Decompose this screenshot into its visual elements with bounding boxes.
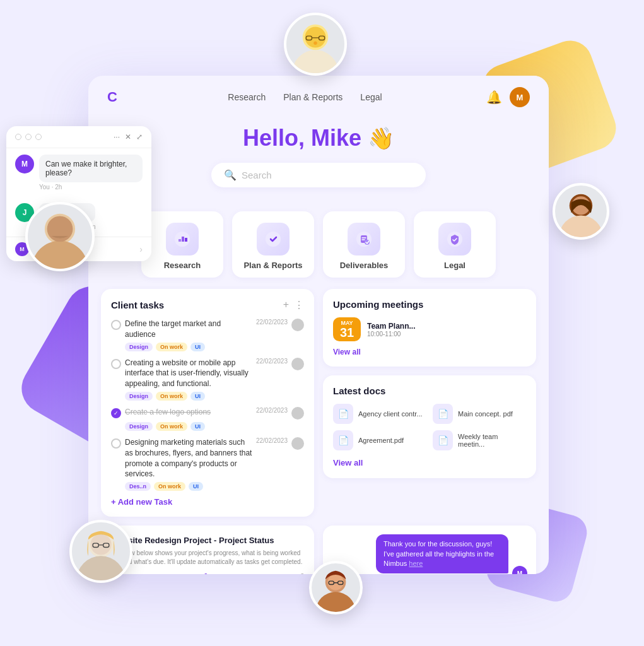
task-date-1: 22/02/2023 [256,319,288,326]
chat-link[interactable]: here [409,560,423,567]
meeting-info: Team Plann... 10:00-11:00 [367,322,526,338]
user-avatar[interactable]: M [510,87,530,107]
svg-point-21 [327,574,343,590]
chat-sent-avatar: M [512,566,527,574]
meetings-card-inline: Upcoming meetings May 31 Team Plann... 1… [323,289,536,367]
task-item-3: Create a few logo options 22/02/2023 Des… [111,407,304,431]
float-chevron-icon: › [139,244,143,254]
task-check-2[interactable] [111,359,121,369]
task-tags-3: Design On work UI [125,422,304,431]
tag-onwork-3: On work [156,422,187,431]
cat-icon-plan [257,223,290,255]
view-all-meetings[interactable]: View all [333,348,526,356]
float-bubble-1: Can we make it brighter, please? [39,155,143,182]
svg-point-15 [90,534,111,555]
avatar-left-middle [25,202,95,271]
task-tags-2: Design On work UI [125,392,304,401]
task-check-3[interactable] [111,408,121,418]
svg-point-11 [559,215,602,240]
float-nav-dots [15,134,42,140]
progress-numbers: 2 3 [111,573,304,574]
tasks-title: Client tasks [111,300,164,310]
avatar-right-top [553,183,609,240]
add-task-button[interactable]: + Add new Task [111,497,304,507]
tag-ui-2: UI [190,392,205,401]
task-date-4: 22/02/2023 [256,437,288,444]
hero-emoji: 👋 [368,126,394,150]
tag-onwork-2: On work [156,392,187,401]
nav-link-legal[interactable]: Legal [360,92,382,102]
view-all-docs[interactable]: View all [333,458,363,467]
task-row-1: Define the target market and audience 22… [111,319,304,340]
cat-card-deliverables[interactable]: Deliverables [323,211,405,278]
task-row-2: Creating a website or mobile app interfa… [111,358,304,389]
task-text-1: Define the target market and audience [125,319,252,340]
hero-greeting: Hello, [243,125,311,151]
doc-item-4[interactable]: 📄 Weekly team meetin... [433,430,526,450]
cat-card-legal[interactable]: Legal [414,211,496,278]
doc-name-3: Agreement.pdf [358,437,404,444]
nav-link-plan[interactable]: Plan & Reports [283,92,342,102]
float-close-icon[interactable]: ✕ [125,132,131,141]
docs-card: Latest docs 📄 Agency client contr... 📄 M… [323,375,536,478]
cat-label-research: Research [164,261,201,270]
search-bar[interactable]: 🔍 Search [211,163,426,187]
float-chat-header: ··· ✕ ⤢ [6,126,151,148]
task-tags-4: Des..n On work UI [125,482,304,491]
nav-link-research[interactable]: Research [228,92,266,102]
tasks-card-header: Client tasks + ⋮ [111,299,304,311]
svg-point-26 [266,232,281,247]
progress-title: Website Redesign Project - Project Statu… [111,536,304,545]
chat-bubble-prev: Thank you for the discussion, guys! I've… [376,534,508,573]
doc-icon-1: 📄 [333,404,353,424]
doc-icon-3: 📄 [333,430,353,450]
search-icon: 🔍 [224,169,237,181]
task-item-1: Define the target market and audience 22… [111,319,304,351]
tag-onwork-1: On work [156,343,187,351]
task-assignee-4 [291,437,304,450]
cat-label-plan: Plan & Reports [243,261,302,270]
meeting-time: 10:00-11:00 [367,331,526,338]
meeting-day: 31 [338,326,356,339]
float-expand-icon[interactable]: ⤢ [136,132,143,141]
avatar-bottom-left [69,520,132,583]
task-text-4: Designing marketing materials such as br… [125,437,252,479]
task-assignee-3 [291,407,304,420]
docs-grid: 📄 Agency client contr... 📄 Main concept.… [333,404,526,450]
cat-icon-research [166,223,199,255]
tasks-actions: + ⋮ [283,299,304,311]
progress-card: Website Redesign Project - Project Statu… [101,526,314,574]
doc-item-1[interactable]: 📄 Agency client contr... [333,404,426,424]
cat-card-plan[interactable]: Plan & Reports [232,211,314,278]
top-nav: C Research Plan & Reports Legal 🔔 M [88,76,549,119]
bell-icon[interactable]: 🔔 [486,90,502,105]
progress-subtitle: The flow below shows your project's prog… [111,549,304,567]
tag-design-2: Design [125,392,153,401]
task-check-1[interactable] [111,320,121,330]
doc-item-3[interactable]: 📄 Agreement.pdf [333,430,426,450]
svg-point-14 [76,556,125,583]
tasks-more-icon[interactable]: ⋮ [294,299,304,311]
chat-prev-msg: M Thank you for the discussion, guys! I'… [332,534,527,574]
cat-label-deliverables: Deliverables [340,261,389,270]
chat-card: M Thank you for the discussion, guys! I'… [323,526,536,574]
hero-name: Mike [311,125,361,151]
cat-card-research[interactable]: Research [141,211,223,278]
hero-title: Hello, Mike 👋 [107,125,530,151]
doc-icon-4: 📄 [433,430,453,450]
task-row-3: Create a few logo options 22/02/2023 [111,407,304,420]
doc-item-2[interactable]: 📄 Main concept. pdf [433,404,526,424]
cat-icon-deliverables [348,223,380,255]
task-row-4: Designing marketing materials such as br… [111,437,304,479]
svg-point-1 [292,50,339,76]
task-check-4[interactable] [111,438,121,449]
task-assignee-2 [291,358,304,370]
meeting-date-box: May 31 [333,317,361,341]
progress-num-3: 3 [300,573,304,574]
float-meta-1: You · 2h [39,184,143,191]
meetings-card-header: Upcoming meetings [333,299,526,310]
task-tags-1: Design On work UI [125,343,304,351]
app-window: C Research Plan & Reports Legal 🔔 M Hell… [88,76,549,574]
tasks-add-icon[interactable]: + [283,299,289,311]
float-controls: ··· ✕ ⤢ [114,132,143,141]
